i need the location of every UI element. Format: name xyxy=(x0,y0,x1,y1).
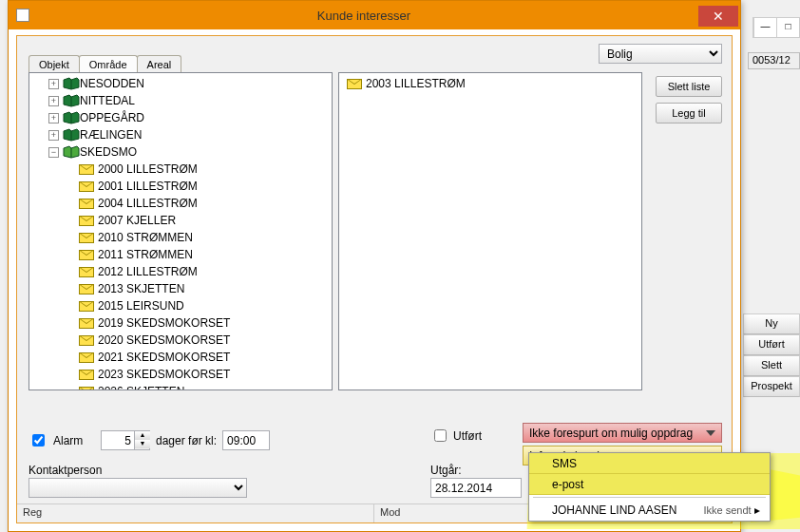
utfort-label: Utført xyxy=(453,429,482,443)
tree-leaf-label: 2012 LILLESTRØM xyxy=(98,265,198,278)
mail-icon xyxy=(347,79,362,89)
selected-item-label: 2003 LILLESTRØM xyxy=(366,77,466,90)
tree-leaf[interactable]: 2007 KJELLER xyxy=(29,212,332,229)
mail-icon xyxy=(79,164,94,175)
mail-icon xyxy=(79,318,94,329)
mail-icon xyxy=(79,387,94,391)
type-select[interactable]: Bolig xyxy=(599,44,722,64)
menu-item-epost[interactable]: e-post xyxy=(529,474,770,495)
tree-node[interactable]: +OPPEGÅRD xyxy=(29,109,332,126)
tree-node-label: NITTEDAL xyxy=(80,94,135,107)
alarm-mid-label: dager før kl: xyxy=(156,434,217,447)
app-icon xyxy=(16,9,29,22)
menu-person-label: JOHANNE LIND AASEN xyxy=(552,504,676,517)
tree-leaf-label: 2007 KJELLER xyxy=(98,214,176,227)
expand-icon[interactable]: + xyxy=(48,79,59,89)
tree-leaf[interactable]: 2010 STRØMMEN xyxy=(29,229,332,246)
mail-icon xyxy=(79,284,94,294)
tree-leaf-label: 2023 SKEDSMOKORSET xyxy=(98,368,230,381)
menu-submenu-indicator: Ikke sendt ▸ xyxy=(704,504,760,517)
tree-leaf[interactable]: 2015 LEIRSUND xyxy=(29,297,332,314)
bg-side-buttons: Ny Utført Slett Prospekt xyxy=(743,314,800,397)
oppdrag-status-dropdown[interactable]: Ikke forespurt om mulig oppdrag xyxy=(523,423,722,443)
tree-node[interactable]: +RÆLINGEN xyxy=(29,126,332,143)
tree-leaf[interactable]: 2013 SKJETTEN xyxy=(29,280,332,297)
tree-leaf[interactable]: 2026 SKJETTEN xyxy=(29,383,332,390)
tree-node-label: NESODDEN xyxy=(80,77,144,90)
tree-leaf[interactable]: 2001 LILLESTRØM xyxy=(29,178,332,195)
tree-leaf[interactable]: 2023 SKEDSMOKORSET xyxy=(29,366,332,383)
mail-icon xyxy=(79,335,94,346)
tree-leaf[interactable]: 2004 LILLESTRØM xyxy=(29,195,332,212)
tree-leaf-label: 2019 SKEDSMOKORSET xyxy=(98,316,230,330)
alarm-time-input[interactable] xyxy=(222,430,270,450)
list-buttons: Slett liste Legg til xyxy=(656,76,722,124)
tree-leaf-label: 2011 STRØMMEN xyxy=(98,248,193,261)
bg-ref-tab: 0053/12 xyxy=(748,52,800,69)
menu-item-person[interactable]: JOHANNE LIND AASEN Ikke sendt ▸ xyxy=(529,500,770,521)
expand-icon[interactable]: + xyxy=(48,96,59,106)
bg-btn-utfort[interactable]: Utført xyxy=(743,334,800,355)
spin-down-icon[interactable]: ▼ xyxy=(135,440,150,448)
selected-item[interactable]: 2003 LILLESTRØM xyxy=(343,75,638,92)
slett-liste-button[interactable]: Slett liste xyxy=(656,76,722,97)
mail-icon xyxy=(79,370,94,380)
alarm-days-spinner[interactable]: ▲▼ xyxy=(101,430,150,450)
tree-leaf[interactable]: 2021 SKEDSMOKORSET xyxy=(29,349,332,366)
tree-node-open[interactable]: −SKEDSMO xyxy=(29,143,332,161)
tree-node[interactable]: +NITTEDAL xyxy=(29,92,332,109)
tree-node-label: SKEDSMO xyxy=(80,145,137,159)
expand-icon[interactable]: + xyxy=(48,113,59,124)
tree-leaf[interactable]: 2012 LILLESTRØM xyxy=(29,263,332,280)
collapse-icon[interactable]: − xyxy=(48,147,59,158)
chevron-down-icon xyxy=(706,430,715,436)
mail-icon xyxy=(79,352,94,363)
selected-list[interactable]: 2003 LILLESTRØM xyxy=(338,72,642,390)
bg-btn-ny[interactable]: Ny xyxy=(743,314,800,334)
kontaktperson-label: Kontaktperson xyxy=(29,464,102,477)
utfort-checkbox[interactable] xyxy=(434,429,447,442)
alarm-days-input[interactable] xyxy=(102,431,134,449)
type-select-wrap: Bolig xyxy=(599,44,722,64)
tree-leaf-label: 2004 LILLESTRØM xyxy=(98,197,198,210)
tree-leaf-label: 2013 SKJETTEN xyxy=(98,282,184,295)
tree-leaf-label: 2010 STRØMMEN xyxy=(98,231,193,244)
status-reg: Reg xyxy=(17,504,374,522)
bg-window-controls: —□ xyxy=(752,17,800,38)
tab-omrade[interactable]: Område xyxy=(79,55,138,72)
tab-objekt[interactable]: Objekt xyxy=(29,55,80,72)
spin-up-icon[interactable]: ▲ xyxy=(135,431,150,440)
tab-areal[interactable]: Areal xyxy=(137,55,182,72)
utgar-label: Utgår: xyxy=(430,464,462,477)
tree-leaf[interactable]: 2020 SKEDSMOKORSET xyxy=(29,332,332,349)
tree-leaf[interactable]: 2011 STRØMMEN xyxy=(29,246,332,263)
tree-node[interactable]: +NESODDEN xyxy=(29,75,332,92)
menu-item-sms[interactable]: SMS xyxy=(529,453,770,474)
tree-node-label: OPPEGÅRD xyxy=(80,111,144,124)
alarm-label: Alarm xyxy=(53,434,83,447)
legg-til-button[interactable]: Legg til xyxy=(656,103,722,124)
expand-icon[interactable]: + xyxy=(48,130,59,141)
oppdrag-status-label: Ikke forespurt om mulig oppdrag xyxy=(529,427,693,440)
alarm-checkbox[interactable] xyxy=(32,434,45,446)
tab-strip: Objekt Område Areal xyxy=(29,55,181,72)
tree-leaf[interactable]: 2000 LILLESTRØM xyxy=(29,161,332,178)
content-area: Bolig Objekt Område Areal +NESODDEN+NITT… xyxy=(16,35,733,523)
bg-btn-prospekt[interactable]: Prospekt xyxy=(743,376,800,397)
titlebar: Kunde interesser ✕ xyxy=(9,1,740,29)
tree-leaf-label: 2000 LILLESTRØM xyxy=(98,162,198,176)
tree-leaf-label: 2015 LEIRSUND xyxy=(98,299,184,313)
tree-leaf[interactable]: 2019 SKEDSMOKORSET xyxy=(29,314,332,332)
mail-icon xyxy=(79,199,94,209)
tree-node-label: RÆLINGEN xyxy=(80,128,142,142)
utgar-input[interactable] xyxy=(430,478,522,498)
tree-leaf-label: 2021 SKEDSMOKORSET xyxy=(98,351,230,364)
mail-icon xyxy=(79,250,94,260)
window-title: Kunde interesser xyxy=(29,9,698,23)
bg-btn-slett[interactable]: Slett xyxy=(743,355,800,376)
area-tree[interactable]: +NESODDEN+NITTEDAL+OPPEGÅRD+RÆLINGEN−SKE… xyxy=(29,72,333,390)
tree-leaf-label: 2020 SKEDSMOKORSET xyxy=(98,333,230,347)
mail-icon xyxy=(79,181,94,192)
kontaktperson-select[interactable] xyxy=(29,478,247,498)
close-button[interactable]: ✕ xyxy=(698,6,738,27)
